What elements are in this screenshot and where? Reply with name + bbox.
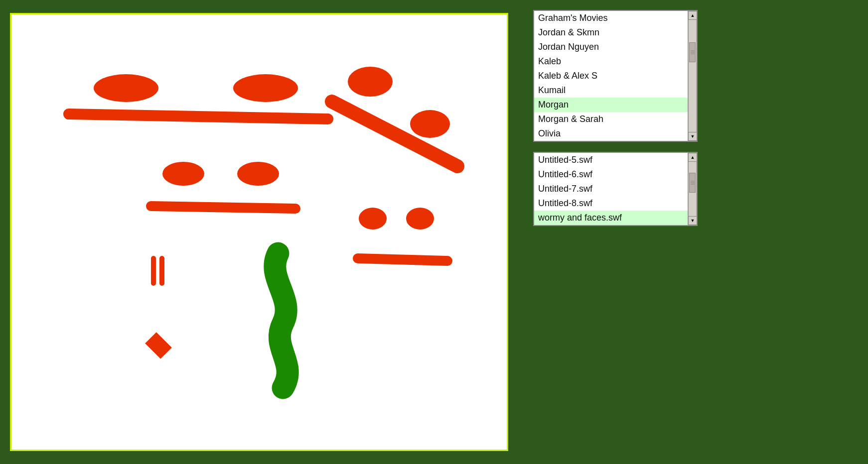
list-item[interactable]: Untitled-6.swf xyxy=(534,167,688,182)
scroll-track-2[interactable] xyxy=(688,162,697,216)
scroll-down-button[interactable]: ▼ xyxy=(688,132,697,141)
scroll-track[interactable] xyxy=(688,20,697,132)
list-item[interactable]: Untitled-7.swf xyxy=(534,182,688,196)
right-panel: Graham's MoviesJordan & SkmnJordan Nguye… xyxy=(533,10,698,226)
scroll-thumb-2[interactable] xyxy=(689,173,696,193)
list-item[interactable]: Kaleb & Alex S xyxy=(534,69,688,83)
bottom-listbox-scrollbar[interactable]: ▲ ▼ xyxy=(688,153,697,225)
list-item[interactable]: Morgan xyxy=(534,98,688,112)
bottom-listbox[interactable]: Untitled-5.swfUntitled-6.swfUntitled-7.s… xyxy=(533,152,698,226)
scroll-down-button-2[interactable]: ▼ xyxy=(688,216,697,225)
scroll-up-button[interactable]: ▲ xyxy=(688,11,697,20)
list-item[interactable]: Kumail xyxy=(534,83,688,98)
bottom-listbox-items: Untitled-5.swfUntitled-6.swfUntitled-7.s… xyxy=(534,153,688,225)
list-item[interactable]: Jordan & Skmn xyxy=(534,25,688,40)
drawing-canvas xyxy=(11,14,507,450)
list-item[interactable]: wormy and faces.swf xyxy=(534,211,688,225)
list-item[interactable]: Untitled-5.swf xyxy=(534,153,688,167)
scroll-thumb[interactable] xyxy=(689,42,696,62)
top-listbox[interactable]: Graham's MoviesJordan & SkmnJordan Nguye… xyxy=(533,10,698,142)
scroll-up-button-2[interactable]: ▲ xyxy=(688,153,697,162)
list-item[interactable]: Morgan & Sarah xyxy=(534,112,688,126)
list-item[interactable]: Jordan Nguyen xyxy=(534,40,688,54)
drawing-canvas-wrapper xyxy=(10,13,508,451)
top-listbox-scrollbar[interactable]: ▲ ▼ xyxy=(688,11,697,141)
list-item[interactable]: Untitled-8.swf xyxy=(534,196,688,211)
list-item[interactable]: Graham's Movies xyxy=(534,11,688,25)
top-listbox-items: Graham's MoviesJordan & SkmnJordan Nguye… xyxy=(534,11,688,141)
list-item[interactable]: Kaleb xyxy=(534,54,688,69)
list-item[interactable]: Olivia xyxy=(534,126,688,141)
